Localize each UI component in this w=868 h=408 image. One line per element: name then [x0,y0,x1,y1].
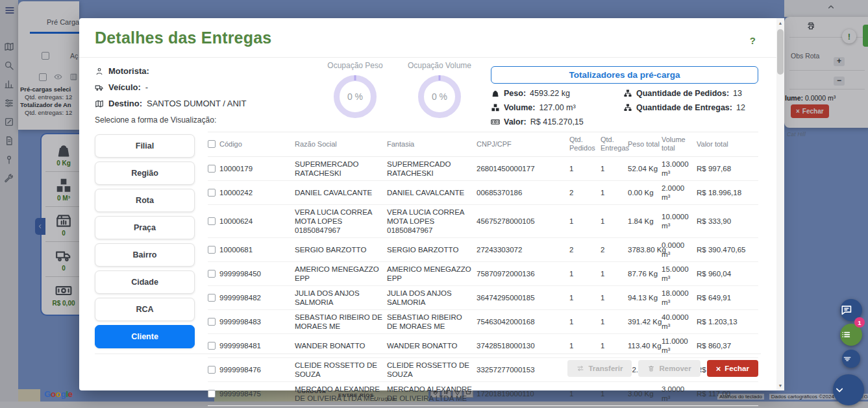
row-checkbox[interactable] [208,318,216,326]
modal-scrollbar[interactable]: ▲ ▼ [776,18,784,390]
table-cell: AMERICO MENEGAZZO EPP [387,262,477,285]
table-cell: 10000624 [208,214,295,228]
row-checkbox[interactable] [208,246,216,254]
table-cell: WANDER BONATTO [387,339,477,353]
table-row[interactable]: 9999998475MERCADO ALEXANDRE DE OLIVEIRA … [208,382,758,406]
table-cell: R$ 1.203,13 [697,315,752,329]
table-row[interactable]: 10000242DANIEL CAVALCANTEDANIEL CAVALCAN… [208,181,758,205]
table-cell: 10000681 [208,243,295,257]
view-button-bairro[interactable]: Bairro [95,243,195,267]
totalizadores-header: Totalizadores da pré-carga [491,66,758,84]
view-button-cliente[interactable]: Cliente [95,325,195,348]
table-row[interactable]: 9999998482JULIA DOS ANJOS SALMORIAJULIA … [208,286,758,310]
table-cell: 10.0000 m³ [662,210,697,233]
table-cell: CLEIDE ROSSETTO DE SOUZA [387,358,477,381]
money-icon [491,117,500,126]
view-button-praça[interactable]: Praça [95,216,195,239]
table-cell: 26801450000177 [477,162,569,176]
table-row[interactable]: 10000681SERGIO BARZOTTOSERGIO BARZOTTO27… [208,238,758,262]
table-cell: 1 [569,339,601,353]
table-header-cell: Razão Social [295,137,387,152]
table-cell: 10000242 [208,186,295,200]
help-button[interactable]: ? [750,35,756,46]
table-cell: 18.0000 m³ [662,286,697,309]
table-cell: MERCADO ALEXANDRE DE OLIVEIRA LTDA ME [295,382,387,405]
table-cell: 9999998483 [208,315,295,329]
table-cell: 9999998476 [208,363,295,377]
sitemap-icon [623,89,632,98]
table-cell: MERCADO ALEXANDRE DE OLIVEIRA LTDA ME [387,382,477,405]
remover-button[interactable]: Remover [638,360,700,377]
table-row[interactable]: 10000179SUPERMERCADO RATACHESKISUPERMERC… [208,157,758,181]
table-cell: 391.42 Kg [628,315,662,329]
row-checkbox[interactable] [208,189,216,197]
motorista-label: Motorista: [108,66,149,76]
cubes-icon [491,103,500,112]
list-icon [840,328,862,341]
table-cell: 1 [569,214,601,228]
row-checkbox[interactable] [208,217,216,225]
table-cell: SERGIO BARZOTTO [387,243,477,257]
table-header-cell: Qtd. Pedidos [569,132,601,156]
table-cell: 37428518000130 [477,339,569,353]
filter-fab-button[interactable] [842,350,860,368]
gauge-ocupacao-volume: Ocupação Volume 0 % [397,61,482,118]
scroll-down-arrow[interactable]: ▼ [776,381,784,390]
table-cell: DANIEL CAVALCANTE [295,186,387,200]
view-button-região[interactable]: Região [95,162,195,185]
detalhes-entregas-modal: Detalhes das Entregas ? Motorista: Veícu… [79,18,776,390]
table-row[interactable]: 9999998483SEBASTIAO RIBEIRO DE MORAES ME… [208,310,758,334]
table-cell: R$ 18.996,18 [697,186,752,200]
table-cell: 9999998481 [208,339,295,353]
view-button-rca[interactable]: RCA [95,298,195,321]
row-checkbox[interactable] [208,294,216,302]
select-view-label: Selecione a forma de Visualização: [95,115,216,125]
gauge-ocupacao-peso: Ocupação Peso 0 % [312,61,398,118]
table-header-cell: Código [208,137,295,152]
table-row[interactable]: 9999998481WANDER BONATTOWANDER BONATTO37… [208,334,758,358]
fechar-button[interactable]: × Fechar [707,360,758,377]
row-checkbox[interactable] [208,366,216,374]
table-cell: 87.76 Kg [628,267,662,281]
table-header-cell: Qtd. Entregas [601,132,628,156]
table-cell: 1 [601,291,628,305]
notification-badge: 1 [854,317,865,328]
table-cell: AMERICO MENEGAZZO EPP [295,262,387,285]
table-row[interactable]: 9999998450AMERICO MENEGAZZO EPPAMERICO M… [208,262,758,286]
transferir-button[interactable]: Transferir [567,360,632,377]
chevron-down-icon [833,383,864,396]
row-checkbox[interactable] [208,270,216,278]
table-cell: VERA LUCIA CORREA MOTA LOPES 01850847967 [295,205,387,237]
view-button-filial[interactable]: Filial [95,134,195,158]
select-all-checkbox[interactable] [208,140,216,148]
table-cell: 1 [569,267,601,281]
view-button-cidade[interactable]: Cidade [95,270,195,294]
table-cell: WANDER BONATTO [295,339,387,353]
table-cell: SERGIO BARZOTTO [295,243,387,257]
table-cell: R$ 333,90 [697,214,752,228]
scroll-up-arrow[interactable]: ▲ [776,18,784,28]
view-button-rota[interactable]: Rota [95,189,195,212]
table-cell: 52.04 Kg [628,162,662,176]
table-cell: 1 [601,162,628,176]
row-checkbox[interactable] [208,390,216,398]
table-cell: 15.0000 m³ [662,262,697,285]
scrollbar-thumb[interactable] [777,29,784,75]
expand-fab-button[interactable] [833,374,864,405]
driver-icon [95,67,104,76]
table-cell: 75463042000168 [477,315,569,329]
view-buttons-column: FilialRegiãoRotaPraçaBairroCidadeRCAClie… [95,134,195,348]
table-cell: 9999998482 [208,291,295,305]
row-checkbox[interactable] [208,342,216,350]
table-cell: R$ 860,37 [697,339,752,353]
table-cell: 1 [601,339,628,353]
table-cell: SUPERMERCADO RATACHESKI [387,157,477,180]
table-cell: 27243303072 [477,243,569,257]
table-header-cell: Fantasia [387,137,477,152]
table-cell: SUPERMERCADO RATACHESKI [295,157,387,180]
table-cell: 33257277000153 [477,363,569,377]
table-row[interactable]: 10000624VERA LUCIA CORREA MOTA LOPES 018… [208,205,758,238]
row-checkbox[interactable] [208,165,216,173]
table-cell: R$ 390.470,65 [697,243,752,257]
table-cell: 1 [569,315,601,329]
